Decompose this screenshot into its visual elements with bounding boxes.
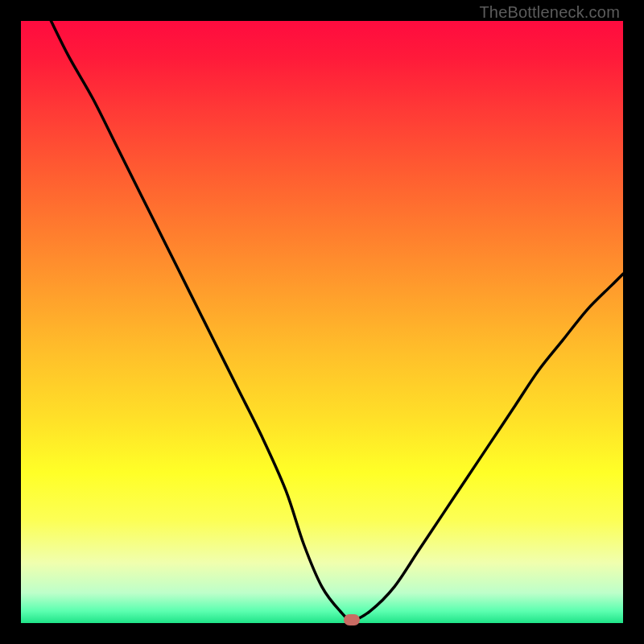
- plot-area: [21, 21, 623, 623]
- watermark-text: TheBottleneck.com: [479, 3, 620, 22]
- chart-frame: TheBottleneck.com: [0, 0, 644, 644]
- bottleneck-curve: [51, 21, 623, 620]
- optimal-point-marker: [344, 614, 360, 625]
- curve-layer: [21, 21, 623, 623]
